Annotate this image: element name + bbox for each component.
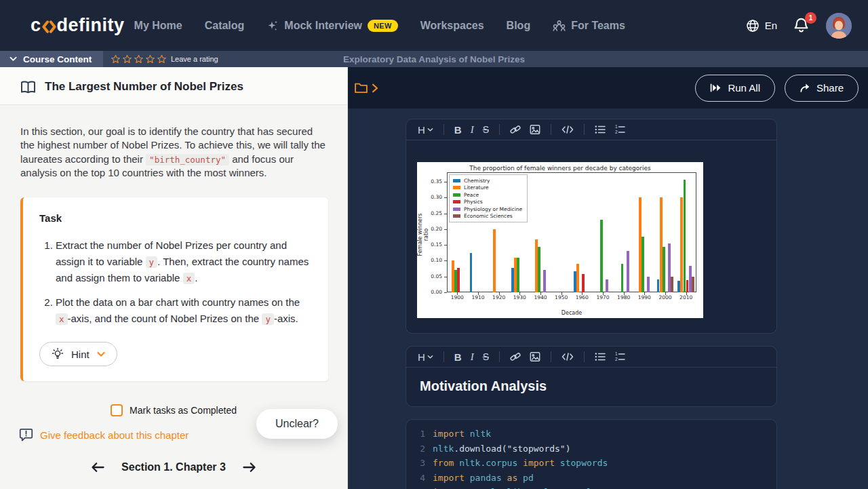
italic-icon[interactable]: I: [471, 351, 474, 363]
code-token: import: [433, 427, 465, 442]
notifications-button[interactable]: 1: [793, 17, 810, 35]
course-content-toggle[interactable]: Course Content: [0, 51, 103, 67]
code-line[interactable]: 4import pandas as pd: [406, 471, 776, 486]
heading-icon[interactable]: H: [418, 123, 433, 136]
nav-item-workspaces[interactable]: Workspaces: [420, 20, 484, 32]
nav-item-blog[interactable]: Blog: [507, 20, 531, 32]
code-cell[interactable]: 1import nltk2nltk.download("stopwords")3…: [406, 419, 777, 489]
code-token: .download(: [454, 442, 507, 456]
legend-swatch: [453, 179, 460, 182]
chart-x-tick: 1990: [634, 294, 654, 300]
arrow-left-icon: [91, 462, 105, 473]
next-chapter-button[interactable]: [241, 461, 258, 474]
chart-bar: [543, 270, 546, 292]
chart-y-tick: 0.00: [417, 289, 442, 295]
line-number: 5: [416, 485, 425, 489]
sparkles-icon: [267, 20, 279, 32]
inline-code-chip: "birth_country": [146, 154, 229, 165]
markdown-heading: Motivation Analysis: [420, 378, 763, 394]
star-icon[interactable]: [157, 54, 167, 64]
codefinity-logo[interactable]: c definity: [31, 15, 125, 36]
rating-label: Leave a rating: [171, 55, 218, 63]
code-line[interactable]: 2nltk.download("stopwords"): [406, 442, 776, 456]
run-all-button[interactable]: Run All: [695, 75, 775, 102]
star-icon[interactable]: [122, 54, 132, 64]
strikethrough-icon[interactable]: S: [483, 123, 489, 136]
app-window: c definity My HomeCatalogMock InterviewN…: [0, 0, 868, 489]
feedback-bubble-icon: [19, 428, 33, 442]
chart-bar: [621, 264, 624, 292]
workspace-topbar: Run All Share: [347, 67, 868, 109]
rating-stars[interactable]: [111, 54, 167, 64]
toolbar-separator: [443, 124, 444, 135]
image-icon[interactable]: [530, 351, 540, 363]
chart-x-tick: 2000: [655, 294, 675, 300]
nav-item-label: My Home: [134, 20, 182, 32]
language-switcher[interactable]: En: [746, 19, 777, 33]
markdown-cell-chart: HBIS12 The proportion of female winners …: [406, 119, 777, 334]
heading-icon[interactable]: H: [418, 351, 433, 363]
section-navigation: Section 1. Chapter 3: [0, 461, 347, 474]
star-icon[interactable]: [145, 54, 155, 64]
svg-text:2: 2: [615, 357, 618, 361]
file-tree-toggle[interactable]: [354, 82, 378, 94]
ordered-list-icon[interactable]: 12: [614, 351, 625, 363]
navbar-right: En 1: [746, 13, 852, 39]
hint-label: Hint: [71, 349, 90, 360]
chart-x-tick: 1970: [593, 294, 613, 300]
hint-button[interactable]: Hint: [39, 342, 117, 366]
bold-icon[interactable]: B: [454, 123, 462, 136]
nav-item-label: Catalog: [205, 20, 245, 32]
code-token: ): [566, 442, 571, 456]
feedback-link[interactable]: Give feedback about this chapter: [40, 429, 189, 441]
nav-item-mock-interview[interactable]: Mock InterviewNEW: [267, 20, 397, 32]
legend-label: Peace: [464, 192, 479, 198]
strikethrough-icon[interactable]: S: [483, 351, 489, 363]
line-number: 2: [416, 442, 425, 456]
code-line[interactable]: 5import matplotlib.pyplot as plt: [406, 485, 776, 489]
avatar-illustration: [826, 13, 852, 39]
chart-bar: [642, 237, 644, 292]
legend-swatch: [453, 208, 460, 211]
notebook-scroll-area[interactable]: HBIS12 The proportion of female winners …: [347, 109, 868, 489]
chart-bar: [647, 277, 650, 292]
chart-bar: [517, 258, 519, 292]
code-token: stopwords: [555, 456, 608, 471]
star-icon[interactable]: [111, 54, 121, 64]
bullet-list-icon[interactable]: [595, 351, 606, 363]
task-item: Extract the number of Nobel Prizes per c…: [56, 237, 312, 286]
lesson-panel: The Largest Number of Nobel Prizes In th…: [0, 67, 347, 489]
lesson-title: The Largest Number of Nobel Prizes: [45, 80, 243, 94]
previous-chapter-button[interactable]: [90, 461, 106, 474]
markdown-cell-body: The proportion of female winners per dec…: [406, 140, 776, 333]
mark-completed-checkbox[interactable]: [111, 404, 123, 416]
image-icon[interactable]: [530, 123, 540, 136]
code-icon[interactable]: [561, 351, 574, 363]
star-icon[interactable]: [134, 54, 144, 64]
ordered-list-icon[interactable]: 12: [614, 123, 625, 136]
italic-icon[interactable]: I: [471, 123, 474, 136]
bullet-list-icon[interactable]: [595, 123, 606, 136]
code-icon[interactable]: [561, 123, 574, 136]
nav-item-catalog[interactable]: Catalog: [205, 20, 245, 32]
chart-x-tick: 2010: [676, 294, 696, 300]
share-button[interactable]: Share: [785, 75, 859, 102]
link-icon[interactable]: [510, 351, 521, 363]
chart-title: The proportion of female winners per dec…: [417, 165, 703, 172]
user-avatar[interactable]: [826, 13, 852, 39]
code-line[interactable]: 3from nltk.corpus import stopwords: [406, 456, 776, 471]
chevron-down-icon: [9, 56, 17, 62]
nav-item-label: Workspaces: [420, 20, 484, 32]
chart-bar: [576, 264, 579, 292]
unclear-button[interactable]: Unclear?: [256, 409, 338, 439]
chart-y-tick: 0.35: [417, 178, 442, 184]
nav-item-my-home[interactable]: My Home: [134, 20, 182, 32]
bold-icon[interactable]: B: [454, 351, 462, 363]
code-token: as: [560, 485, 576, 489]
toolbar-separator: [584, 351, 585, 362]
link-icon[interactable]: [510, 123, 521, 136]
chart-bar: [627, 251, 629, 292]
lightbulb-icon: [52, 348, 64, 360]
code-line[interactable]: 1import nltk: [406, 427, 776, 442]
nav-item-for-teams[interactable]: For Teams: [553, 20, 625, 32]
